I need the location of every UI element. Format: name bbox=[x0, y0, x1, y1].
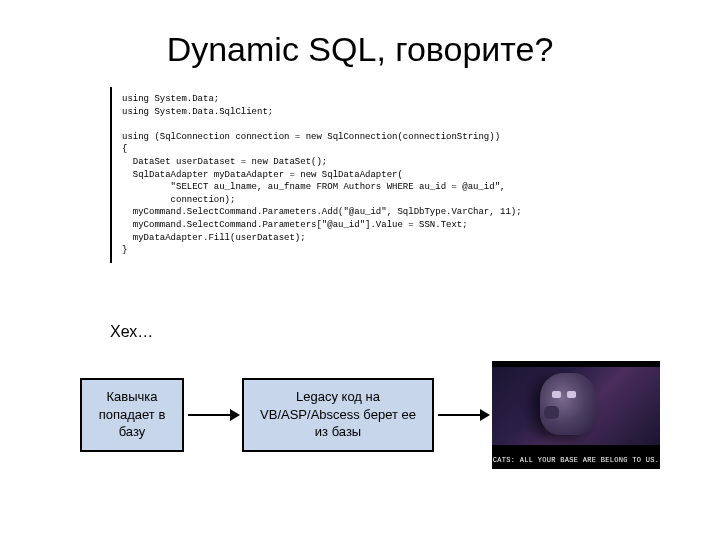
cats-face-icon bbox=[492, 367, 660, 445]
heh-text: Хех… bbox=[110, 323, 670, 341]
slide: Dynamic SQL, говорите? using System.Data… bbox=[0, 0, 720, 540]
meme-caption: CATS: ALL YOUR BASE ARE BELONG TO US. bbox=[492, 456, 660, 465]
arrow-icon bbox=[438, 414, 488, 416]
page-title: Dynamic SQL, говорите? bbox=[50, 30, 670, 69]
flow-box-legacy-code: Legacy код на VB/ASP/Abscess берет ее из… bbox=[242, 378, 434, 452]
code-sample: using System.Data; using System.Data.Sql… bbox=[110, 87, 630, 263]
arrow-icon bbox=[188, 414, 238, 416]
flow-diagram: Кавычка попадает в базу Legacy код на VB… bbox=[80, 361, 670, 469]
meme-image-all-your-base: CATS: ALL YOUR BASE ARE BELONG TO US. bbox=[492, 361, 660, 469]
flow-box1-label: Кавычка попадает в базу bbox=[92, 388, 172, 441]
flow-box2-label: Legacy код на VB/ASP/Abscess берет ее из… bbox=[254, 388, 422, 441]
flow-box-quote-enters-db: Кавычка попадает в базу bbox=[80, 378, 184, 452]
